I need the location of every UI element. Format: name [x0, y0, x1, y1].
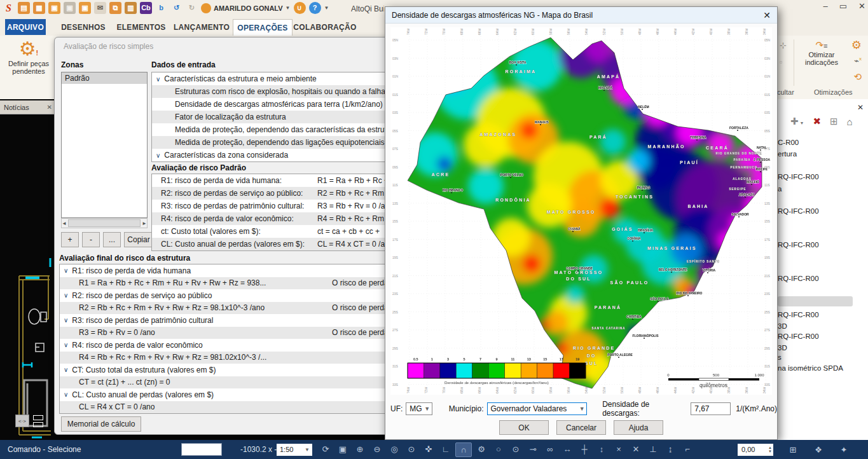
- definir-pecas-button[interactable]: ⚙! Definir peças pendentes: [3, 38, 55, 97]
- add-zone-button[interactable]: +: [61, 232, 79, 247]
- chevron-expanded-icon[interactable]: ∨: [64, 267, 68, 274]
- new-project-icon[interactable]: ▦: [33, 2, 45, 14]
- tab-lançamento[interactable]: LANÇAMENTO: [170, 19, 233, 35]
- tree-item[interactable]: ertura: [778, 150, 797, 158]
- zoom-regen-icon[interactable]: ⟳: [318, 442, 333, 456]
- help-chevron-icon[interactable]: ▼: [324, 5, 329, 11]
- community-icon[interactable]: Cb: [140, 2, 152, 14]
- pan-icon[interactable]: ✜: [421, 442, 436, 456]
- chevron-expanded-icon[interactable]: ∨: [64, 341, 68, 348]
- spinner-icons[interactable]: ▲▼: [768, 446, 773, 453]
- layers-icon[interactable]: ❖: [811, 443, 826, 456]
- print-icon[interactable]: ⧉: [109, 2, 121, 14]
- tree-item[interactable]: RQ-IFC-R00: [778, 241, 819, 249]
- more-zone-button[interactable]: ...: [103, 232, 121, 247]
- segment-snap-icon[interactable]: ∞: [542, 442, 558, 456]
- user-menu[interactable]: AMARILDO GONALV▼: [201, 3, 291, 13]
- extension-snap-icon[interactable]: ↕: [594, 442, 609, 456]
- disconnect-icon[interactable]: ⌁x: [854, 56, 862, 65]
- app-logo-icon[interactable]: S: [3, 2, 15, 14]
- tree-item[interactable]: a: [778, 185, 782, 193]
- zona-item[interactable]: Padrão: [62, 72, 147, 84]
- new-sheet-icon[interactable]: ⊞: [830, 116, 838, 127]
- chevron-expanded-icon[interactable]: ∨: [64, 292, 68, 299]
- selected-item[interactable]: [778, 296, 853, 306]
- settings-gear-icon[interactable]: ⚙: [851, 38, 862, 52]
- angle-stepper[interactable]: 0,00 ▲▼: [738, 444, 773, 456]
- home-icon[interactable]: ⌂: [847, 116, 853, 127]
- otimizar-indicacoes-button[interactable]: ↷≡ Otimizar indicações: [799, 39, 844, 66]
- densidade-input[interactable]: 7,67: [691, 402, 731, 415]
- nearest-snap-icon[interactable]: ×: [611, 442, 626, 456]
- grip-handle-icon[interactable]: <·>: [15, 414, 29, 427]
- send-icon[interactable]: ✉: [94, 2, 106, 14]
- snap-settings-icon[interactable]: ⚙: [474, 442, 489, 456]
- node-snap-icon[interactable]: ✕: [628, 442, 644, 456]
- tree-item[interactable]: RQ-IFC-R00: [778, 275, 819, 282]
- scroll-right-icon[interactable]: ►: [142, 221, 147, 226]
- library-icon[interactable]: ▥: [125, 2, 137, 14]
- tree-item[interactable]: 3D: [778, 322, 787, 330]
- save-incremental-icon[interactable]: ▣: [79, 2, 91, 14]
- close-button[interactable]: ✕: [858, 1, 865, 11]
- tab-desenhos[interactable]: DESENHOS: [55, 19, 112, 35]
- ok-button[interactable]: OK: [499, 420, 549, 435]
- close-icon[interactable]: ✕: [763, 10, 771, 20]
- intersection-snap-icon[interactable]: ┼: [577, 442, 592, 456]
- map-dialog-titlebar[interactable]: Densidade de descargas atmosféricas NG -…: [385, 7, 777, 24]
- zoom-previous-icon[interactable]: ◎: [387, 442, 402, 456]
- tree-item[interactable]: RQ-IFC-R00: [778, 332, 819, 340]
- save-icon[interactable]: ▣: [48, 2, 60, 14]
- cancel-button[interactable]: Cancelar: [556, 420, 606, 435]
- tab-operações[interactable]: OPERAÇÕES: [233, 19, 293, 36]
- save-disabled-icon[interactable]: ▣: [64, 2, 76, 14]
- chevron-expanded-icon[interactable]: ∨: [156, 152, 160, 159]
- help-button[interactable]: Ajuda: [614, 420, 663, 435]
- zonas-listbox[interactable]: Padrão: [61, 72, 148, 218]
- municipio-select[interactable]: Governador Valadares▼: [487, 402, 588, 415]
- noticias-tab[interactable]: Notícias ✕: [0, 100, 56, 114]
- close-icon[interactable]: ✕: [47, 104, 52, 111]
- scroll-thumb[interactable]: [68, 219, 141, 227]
- restore-button[interactable]: ▭: [839, 1, 847, 11]
- refresh-icon[interactable]: ⟲: [853, 71, 862, 83]
- scroll-left-icon[interactable]: ◄: [62, 221, 67, 226]
- tree-item[interactable]: 3D: [778, 344, 787, 352]
- zoom-window-icon[interactable]: ▣: [335, 442, 350, 456]
- copy-zone-button[interactable]: Copiar: [124, 232, 153, 247]
- delete-icon[interactable]: ✖: [813, 116, 821, 127]
- tab-elementos[interactable]: ELEMENTOS: [112, 19, 170, 35]
- zoom-in-icon[interactable]: ⊕: [352, 442, 368, 456]
- command-input[interactable]: [181, 443, 222, 456]
- help-icon[interactable]: ?: [309, 2, 321, 14]
- tab-colaboração[interactable]: COLABORAÇÃO: [291, 19, 359, 35]
- midpoint-snap-icon[interactable]: ↔: [560, 442, 575, 456]
- minimize-button[interactable]: –: [823, 1, 828, 11]
- parallel-snap-icon[interactable]: ↨: [663, 442, 678, 456]
- memorial-button[interactable]: Memorial de cálculo: [61, 416, 141, 432]
- chevron-expanded-icon[interactable]: ∨: [64, 317, 68, 324]
- tree-item[interactable]: RQ-IFC-R00: [778, 173, 819, 181]
- zoom-selection-icon[interactable]: ⊙: [404, 442, 419, 456]
- uf-select[interactable]: MG▼: [406, 402, 432, 415]
- scale-select[interactable]: 1:50▼: [277, 444, 312, 456]
- zonas-hscrollbar[interactable]: ◄ ►: [61, 218, 148, 228]
- add-pieces-icon[interactable]: ✚ ▼: [790, 116, 804, 127]
- redo-icon[interactable]: ↻: [186, 2, 198, 14]
- center-snap-icon[interactable]: ⊙: [508, 442, 523, 456]
- endpoint-snap-icon[interactable]: ⊸: [525, 442, 541, 456]
- remove-zone-button[interactable]: -: [82, 232, 100, 247]
- undo-icon[interactable]: ↺: [170, 2, 183, 14]
- tree-item[interactable]: na isométrico SPDA: [778, 364, 843, 372]
- builder-cloud-icon[interactable]: b: [155, 2, 167, 14]
- zoom-out-icon[interactable]: ⊖: [369, 442, 385, 456]
- grid-icon[interactable]: ⊞: [785, 443, 801, 456]
- tree-item[interactable]: RQ-IFC-R00: [778, 207, 819, 215]
- tree-item[interactable]: RQ-IFC-R00: [778, 311, 819, 319]
- chevron-expanded-icon[interactable]: ∨: [64, 366, 68, 373]
- tools-icon[interactable]: ✦: [836, 443, 851, 456]
- chevron-expanded-icon[interactable]: ∨: [156, 76, 160, 83]
- tree-item[interactable]: C-R00: [778, 139, 799, 146]
- chevron-expanded-icon[interactable]: ∨: [64, 391, 68, 398]
- ortho-icon[interactable]: ∟: [438, 442, 453, 456]
